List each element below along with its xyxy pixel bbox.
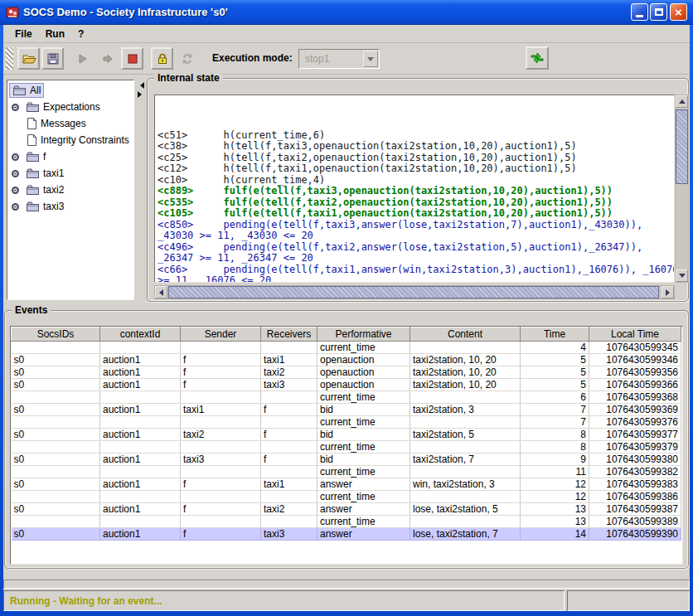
tree-item[interactable]: Integrity Constraints — [7, 132, 133, 148]
table-row[interactable]: s0 auction1 taxi1 f bid taxi2station, 3 … — [12, 404, 681, 416]
internal-state-panel: Internal state <c51> h(current_time,6)<c… — [147, 78, 689, 302]
column-header[interactable]: Receivers — [261, 327, 317, 342]
cell-content: taxi2station, 7 — [410, 454, 521, 466]
tree-item[interactable]: Messages — [7, 115, 133, 132]
toolbar: Execution mode: stop1 — [3, 43, 690, 75]
scroll-right-button[interactable] — [662, 286, 674, 298]
tree-expand-handle[interactable] — [12, 203, 19, 211]
minimize-button[interactable] — [631, 3, 648, 21]
tree-item[interactable]: taxi3 — [7, 198, 133, 215]
cell-local-time: 1076430599346 — [589, 354, 681, 366]
cell-receivers — [261, 516, 317, 528]
tree-item[interactable]: taxi1 — [7, 165, 133, 182]
internal-state-line: _43030 >= 11, _43030 <= 20 — [158, 230, 674, 242]
tree-item[interactable]: Expectations — [7, 99, 133, 115]
cell-content: taxi2station, 3 — [410, 404, 521, 416]
table-row[interactable]: current_time 12 1076430599386 — [12, 491, 681, 503]
table-row[interactable]: current_time 4 1076430599345 — [12, 342, 681, 354]
table-row[interactable]: current_time 7 1076430599376 — [12, 416, 681, 429]
table-row[interactable]: s0 auction1 taxi2 f bid taxi2station, 5 … — [12, 429, 681, 441]
internal-state-line: <c105> fulf(e(tell(f,taxi1,openauction(t… — [158, 208, 674, 220]
vertical-scrollbar-thumb[interactable] — [676, 109, 688, 184]
cell-socsid — [12, 391, 100, 404]
cell-content — [410, 441, 521, 454]
tree-item-content: taxi1 — [23, 167, 66, 180]
column-header[interactable]: Performative — [317, 327, 410, 342]
cell-socsid: s0 — [12, 366, 100, 379]
tree-expand-handle[interactable] — [12, 170, 19, 177]
vertical-scrollbar[interactable] — [675, 95, 689, 283]
tree-item-label: taxi1 — [43, 167, 64, 179]
tree-item-label: All — [30, 85, 41, 96]
scroll-left-button[interactable] — [155, 286, 167, 298]
table-row[interactable]: current_time 11 1076430599382 — [12, 466, 681, 478]
scroll-down-button[interactable] — [676, 269, 688, 282]
play-icon — [76, 52, 90, 65]
close-button[interactable]: × — [670, 3, 687, 21]
transfer-button[interactable] — [526, 46, 549, 70]
cell-performative: current_time — [317, 491, 410, 503]
titlebar: SOCS Demo - Society Infrastructure 's0' … — [0, 0, 693, 25]
table-row[interactable]: s0 auction1 f taxi2 answer lose, taxi2st… — [12, 503, 681, 516]
internal-state-text[interactable]: <c51> h(current_time,6)<c38> h(tell(f,ta… — [154, 95, 675, 283]
maximize-button[interactable] — [650, 3, 667, 21]
header-row: SocsIDscontextIdSenderReceiversPerformat… — [12, 327, 681, 342]
table-row[interactable]: s0 auction1 taxi3 f bid taxi2station, 7 … — [12, 454, 681, 466]
tree-expand-handle[interactable] — [12, 104, 19, 111]
column-header[interactable]: Time — [521, 327, 589, 342]
column-header[interactable]: SocsIDs — [12, 327, 100, 342]
table-row[interactable]: s0 auction1 f taxi3 answer lose, taxi2st… — [12, 528, 681, 541]
lock-button[interactable] — [151, 47, 173, 70]
cell-sender — [181, 441, 261, 454]
tree-item[interactable]: f — [7, 148, 133, 165]
cell-receivers — [261, 441, 317, 454]
table-row[interactable]: s0 auction1 f taxi1 answer win, taxi2sta… — [12, 478, 681, 491]
tree-item[interactable]: taxi2 — [7, 182, 133, 198]
client-area: FileRun? Execution m — [3, 25, 690, 611]
scroll-up-button[interactable] — [676, 95, 688, 108]
horizontal-scrollbar[interactable] — [154, 285, 675, 299]
save-button[interactable] — [41, 47, 64, 70]
folder-icon — [26, 151, 40, 162]
combo-arrow-button — [363, 51, 378, 67]
cell-sender: taxi3 — [181, 454, 261, 466]
cell-performative: current_time — [317, 342, 410, 354]
table-row[interactable]: current_time 8 1076430599379 — [12, 441, 681, 454]
cell-time: 14 — [521, 528, 589, 541]
cell-sender: f — [181, 379, 261, 391]
toolbar-grip[interactable] — [6, 47, 13, 70]
status-bar: Running - Waiting for an event... — [3, 590, 565, 611]
collapse-right-icon[interactable] — [138, 91, 145, 98]
menu-item[interactable]: ? — [71, 27, 90, 41]
tree-expand-handle[interactable] — [12, 153, 19, 161]
refresh-button — [176, 47, 198, 70]
table-row[interactable]: s0 auction1 f taxi2 openauction taxi2sta… — [12, 366, 681, 379]
table-row[interactable]: s0 auction1 f taxi1 openauction taxi2sta… — [12, 354, 681, 366]
save-icon — [46, 52, 60, 65]
column-header[interactable]: Sender — [181, 327, 261, 342]
table-row[interactable]: s0 auction1 f taxi3 openauction taxi2sta… — [12, 379, 681, 391]
open-button[interactable] — [17, 47, 40, 70]
cell-sender — [181, 342, 261, 354]
menu-item[interactable]: Run — [39, 27, 71, 41]
cell-socsid — [12, 416, 100, 429]
tree-item[interactable]: All — [7, 82, 133, 99]
column-header[interactable]: Content — [410, 327, 521, 342]
menu-item[interactable]: File — [8, 27, 39, 41]
lock-icon — [156, 52, 169, 65]
column-header[interactable]: contextId — [100, 327, 181, 342]
tree-item-label: Messages — [41, 118, 86, 129]
cell-contextid: auction1 — [100, 528, 181, 541]
table-row[interactable]: current_time 13 1076430599389 — [12, 516, 681, 528]
minimize-icon — [636, 15, 643, 17]
column-header[interactable]: Local Time — [589, 327, 681, 342]
collapse-left-icon[interactable] — [137, 82, 144, 89]
execution-mode-label: Execution mode: — [212, 52, 293, 64]
tree-item-label: Expectations — [43, 101, 100, 113]
tree-expand-handle[interactable] — [12, 187, 19, 194]
horizontal-scrollbar-thumb[interactable] — [168, 286, 659, 298]
cell-time: 11 — [521, 466, 589, 478]
stop-button[interactable] — [121, 47, 143, 70]
table-row[interactable]: current_time 6 1076430599368 — [12, 391, 681, 404]
split-divider[interactable] — [135, 80, 145, 300]
